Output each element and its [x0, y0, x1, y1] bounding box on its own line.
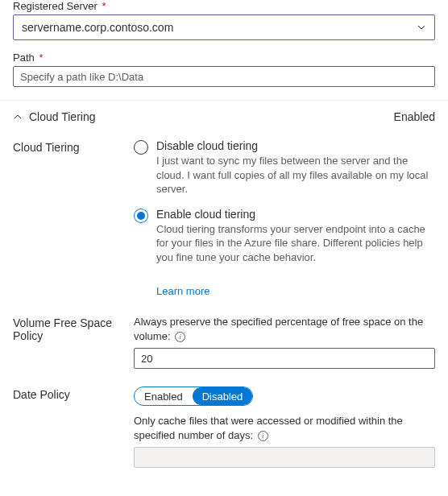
- desc-text: Only cache files that were accessed or m…: [134, 415, 403, 441]
- volume-policy-row: Volume Free Space Policy Always preserve…: [13, 315, 435, 369]
- accordion-status: Enabled: [394, 110, 435, 123]
- date-policy-desc: Only cache files that were accessed or m…: [134, 414, 435, 442]
- radio-text: Enable cloud tiering Cloud tiering trans…: [156, 208, 435, 265]
- toggle-enabled[interactable]: Enabled: [135, 387, 193, 405]
- path-field: Path *: [13, 52, 435, 87]
- volume-policy-input[interactable]: [134, 348, 435, 369]
- radio-desc: I just want to sync my files between the…: [156, 154, 435, 196]
- label-text: Registered Server: [13, 0, 97, 12]
- divider: [0, 100, 448, 101]
- registered-server-dropdown[interactable]: servername.corp.contoso.com: [13, 14, 435, 40]
- volume-policy-label: Volume Free Space Policy: [13, 315, 134, 342]
- volume-policy-content: Always preserve the specified percentage…: [134, 315, 435, 369]
- radio-disable-tiering[interactable]: Disable cloud tiering I just want to syn…: [134, 139, 435, 196]
- toggle-disabled[interactable]: Disabled: [193, 387, 253, 405]
- date-policy-label: Date Policy: [13, 386, 134, 401]
- chevron-up-icon: [13, 112, 23, 122]
- registered-server-label: Registered Server *: [13, 0, 435, 12]
- date-policy-toggle[interactable]: Enabled Disabled: [134, 386, 253, 406]
- learn-more-link[interactable]: Learn more: [156, 285, 209, 297]
- registered-server-field: Registered Server * servername.corp.cont…: [13, 0, 435, 40]
- date-policy-row: Date Policy Enabled Disabled Only cache …: [13, 386, 435, 468]
- radio-enable-tiering[interactable]: Enable cloud tiering Cloud tiering trans…: [134, 208, 435, 265]
- volume-policy-desc: Always preserve the specified percentage…: [134, 315, 435, 343]
- radio-title: Enable cloud tiering: [156, 208, 435, 221]
- info-icon[interactable]: i: [175, 332, 185, 342]
- radio-text: Disable cloud tiering I just want to syn…: [156, 139, 435, 196]
- label-text: Path: [13, 52, 35, 64]
- cloud-tiering-row: Cloud Tiering Disable cloud tiering I ju…: [13, 139, 435, 297]
- cloud-tiering-row-label: Cloud Tiering: [13, 139, 134, 154]
- radio-desc: Cloud tiering transforms your server end…: [156, 222, 435, 265]
- path-input[interactable]: [13, 66, 435, 87]
- path-label: Path *: [13, 52, 435, 64]
- date-policy-content: Enabled Disabled Only cache files that w…: [134, 386, 435, 468]
- cloud-tiering-options: Disable cloud tiering I just want to syn…: [134, 139, 435, 297]
- accordion-title: Cloud Tiering: [29, 110, 96, 123]
- registered-server-value: servername.corp.contoso.com: [22, 21, 173, 34]
- date-policy-input: [134, 447, 435, 468]
- radio-dot: [137, 212, 145, 220]
- chevron-down-icon: [417, 23, 426, 32]
- radio-checked-icon: [134, 209, 148, 223]
- info-icon[interactable]: i: [258, 431, 268, 441]
- required-asterisk: *: [39, 52, 43, 64]
- cloud-tiering-accordion[interactable]: Cloud Tiering Enabled: [13, 109, 435, 125]
- radio-unchecked-icon: [134, 140, 148, 155]
- radio-title: Disable cloud tiering: [156, 139, 435, 152]
- accordion-left: Cloud Tiering: [13, 110, 96, 123]
- required-asterisk: *: [102, 0, 106, 12]
